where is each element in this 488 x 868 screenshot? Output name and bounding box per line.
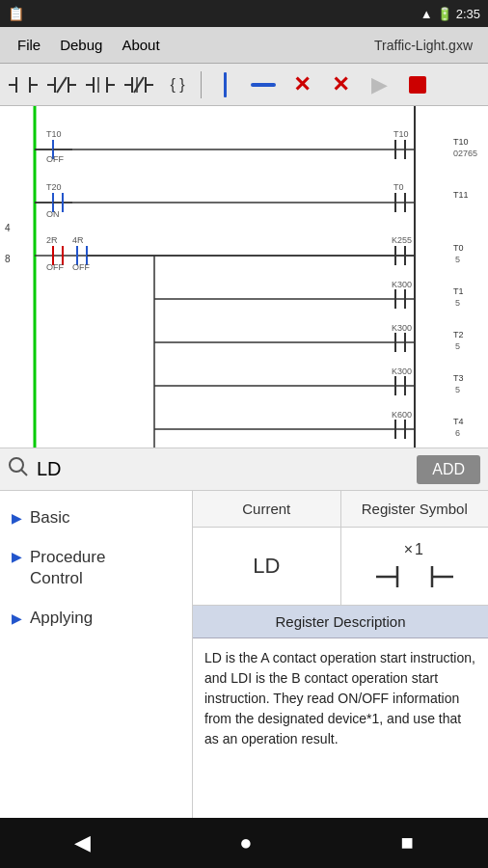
- svg-text:T2: T2: [453, 330, 464, 339]
- ld-value: LD: [253, 554, 280, 579]
- sidebar-item-basic[interactable]: ▶ Basic: [0, 499, 192, 537]
- svg-text:T0: T0: [453, 243, 464, 253]
- svg-text:5: 5: [455, 255, 460, 264]
- svg-text:OFF: OFF: [46, 154, 64, 164]
- svg-text:4: 4: [5, 223, 11, 233]
- svg-text:OFF: OFF: [72, 262, 90, 272]
- sidebar-item-applying-label: Applying: [30, 609, 93, 628]
- contact-symbol-svg: [376, 562, 453, 591]
- contact-b-button[interactable]: [44, 69, 79, 100]
- svg-text:T20: T20: [46, 182, 62, 192]
- description-header: Register Description: [193, 606, 488, 638]
- svg-text:ON: ON: [46, 209, 60, 219]
- svg-line-19: [134, 77, 144, 93]
- current-header: Current: [193, 491, 341, 527]
- svg-text:T10: T10: [453, 137, 469, 147]
- svg-text:8: 8: [5, 254, 11, 264]
- chevron-right-icon: ▶: [12, 510, 22, 526]
- sidebar-item-basic-label: Basic: [30, 508, 70, 528]
- svg-text:T10: T10: [46, 129, 62, 139]
- svg-line-106: [21, 470, 27, 475]
- svg-text:T1: T1: [453, 286, 464, 296]
- svg-text:T3: T3: [453, 373, 464, 383]
- register-header: Current Register Symbol: [193, 491, 488, 528]
- file-title: Traffic-Light.gxw: [374, 38, 480, 53]
- search-input[interactable]: [37, 454, 409, 485]
- svg-text:T10: T10: [393, 129, 409, 139]
- description-body: LD is the A contact operation start inst…: [193, 638, 488, 759]
- contact-a-button[interactable]: [6, 69, 41, 100]
- register-symbol-header: Register Symbol: [341, 491, 489, 527]
- svg-text:K300: K300: [392, 366, 412, 376]
- svg-text:K255: K255: [392, 235, 412, 245]
- svg-point-105: [10, 458, 23, 472]
- add-button[interactable]: ADD: [417, 455, 480, 484]
- time-display: 2:35: [456, 7, 480, 21]
- clear-x-button[interactable]: ✕: [323, 69, 358, 100]
- current-value-cell: LD: [193, 528, 341, 605]
- svg-text:K300: K300: [392, 323, 412, 333]
- svg-line-8: [57, 77, 67, 93]
- toolbar-divider-1: [201, 71, 202, 98]
- search-bar: ADD: [0, 448, 488, 491]
- sidebar-item-procedure-control[interactable]: ▶ ProcedureControl: [0, 537, 192, 599]
- menu-file[interactable]: File: [8, 33, 50, 57]
- recent-button[interactable]: ■: [401, 830, 414, 855]
- toolbar: { } ✕ ✕ ▶: [0, 64, 488, 106]
- status-right: ▲ 🔋 2:35: [420, 7, 480, 21]
- cursor-button[interactable]: [207, 69, 242, 100]
- svg-text:T0: T0: [393, 182, 404, 192]
- x1-label: ×1: [404, 541, 425, 558]
- svg-text:OFF: OFF: [46, 262, 64, 272]
- coil-b-button[interactable]: [122, 69, 156, 100]
- stop-button[interactable]: [400, 69, 435, 100]
- home-button[interactable]: ●: [239, 830, 252, 855]
- menu-debug[interactable]: Debug: [50, 33, 112, 57]
- svg-text:K600: K600: [392, 410, 412, 420]
- register-row: LD ×1: [193, 528, 488, 606]
- symbol-area: ×1: [376, 541, 453, 591]
- status-left: 📋: [8, 6, 24, 21]
- chevron-right-icon-3: ▶: [12, 610, 22, 626]
- coil-a-button[interactable]: [83, 69, 118, 100]
- status-bar: 📋 ▲ 🔋 2:35: [0, 0, 488, 27]
- chevron-right-icon-2: ▶: [12, 549, 22, 564]
- sidebar-item-procedure-label: ProcedureControl: [30, 547, 105, 589]
- symbol-cell: ×1: [341, 528, 489, 605]
- svg-text:K300: K300: [392, 280, 412, 289]
- svg-text:5: 5: [455, 298, 460, 308]
- svg-text:02765: 02765: [453, 149, 477, 158]
- sidebar: ▶ Basic ▶ ProcedureControl ▶ Applying: [0, 491, 193, 867]
- svg-text:5: 5: [455, 385, 460, 394]
- menu-about[interactable]: About: [112, 33, 169, 57]
- svg-text:2R: 2R: [46, 235, 58, 245]
- ladder-svg: T10 OFF T10 T10 02765 T20 ON T0 T11 2R O…: [0, 106, 488, 448]
- sim-icon: 📋: [8, 6, 24, 21]
- svg-text:5: 5: [455, 341, 460, 351]
- svg-text:6: 6: [455, 428, 460, 438]
- function-block-button[interactable]: { }: [160, 69, 195, 100]
- wifi-icon: ▲: [420, 7, 433, 21]
- menu-bar: File Debug About Traffic-Light.gxw: [0, 27, 488, 64]
- svg-text:T4: T4: [453, 417, 464, 426]
- svg-text:4R: 4R: [72, 235, 84, 245]
- ladder-diagram: T10 OFF T10 T10 02765 T20 ON T0 T11 2R O…: [0, 106, 488, 448]
- register-panel: Current Register Symbol LD ×1: [193, 491, 488, 867]
- search-icon: [8, 456, 29, 482]
- signal-icon: 🔋: [437, 7, 452, 21]
- svg-text:T11: T11: [453, 190, 469, 200]
- horizontal-line-button[interactable]: [246, 69, 281, 100]
- delete-x-button[interactable]: ✕: [285, 69, 319, 100]
- play-button[interactable]: ▶: [362, 69, 396, 100]
- bottom-panel: ▶ Basic ▶ ProcedureControl ▶ Applying Cu…: [0, 491, 488, 867]
- back-button[interactable]: ◀: [74, 830, 91, 855]
- nav-bar: ◀ ● ■: [0, 818, 488, 868]
- sidebar-item-applying[interactable]: ▶ Applying: [0, 599, 192, 637]
